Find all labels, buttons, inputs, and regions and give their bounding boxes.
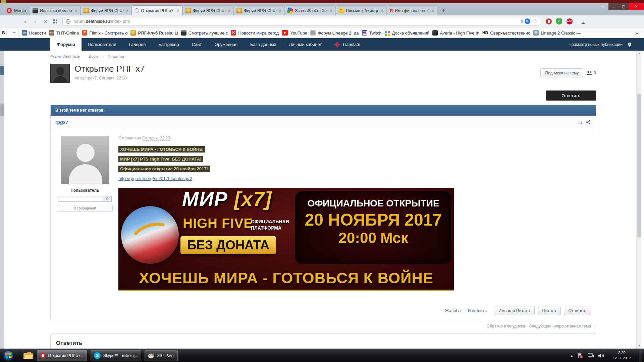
start-button[interactable] <box>3 350 14 361</box>
reply-button-top[interactable]: Ответить <box>546 90 596 101</box>
hamburger-icon[interactable]: ≡ <box>598 3 608 10</box>
bookmark-lineage-forum[interactable]: Форум Lineage 2: да <box>310 30 359 36</box>
quote-button[interactable]: Цитата <box>538 306 561 315</box>
close-icon[interactable]: ✕ <box>380 9 384 12</box>
nav-users[interactable]: Пользователи <box>82 38 123 51</box>
opera-menu-button[interactable]: Меню <box>5 5 30 15</box>
forward-icon[interactable]: › <box>30 17 40 26</box>
reply-heading: Ответить <box>56 340 590 347</box>
show-desktop-button[interactable] <box>639 349 642 362</box>
nav-site[interactable]: Сайт <box>185 38 208 51</box>
post-link[interactable]: http://rpg-club.org/ns2017hfcontestpr2 <box>118 176 192 181</box>
nav-gallery[interactable]: Галерея <box>122 38 152 51</box>
close-icon[interactable]: ✕ <box>74 9 78 12</box>
nav-forums[interactable]: Форумы <box>50 38 82 51</box>
nav-database[interactable]: База данных <box>244 38 282 51</box>
nav-bugtracker[interactable]: Багтрекер <box>152 38 185 51</box>
tab-active-topic[interactable]: Открытие РПГ х7 - Флуди ✕ <box>132 5 182 15</box>
tab-rpg-club-2[interactable]: Форум RPG-CLUB. Тема: ✕ <box>183 5 233 15</box>
taskbar-opera-window[interactable]: Открытие РПГ х7... <box>37 350 87 361</box>
banner-opening-panel: ОФИЦИАЛЬНОЕ ОТКРЫТИЕ 20 НОЯБРЯ 2017 20:0… <box>295 191 451 264</box>
bookmark-averia[interactable]: Averia - High Five In <box>432 30 479 36</box>
tab-illusion[interactable]: Иллюзия обмана 2 (2016 ✕ <box>30 5 80 15</box>
nav-armory[interactable]: Оружейная <box>208 38 244 51</box>
bookmark-hd[interactable]: HDСверхъестественно <box>482 30 530 36</box>
paint-icon <box>148 353 155 359</box>
scrollbar-thumb[interactable] <box>637 94 641 238</box>
tab-screenshot[interactable]: ScreenShot.ru Хостинг ка ✕ <box>285 5 335 15</box>
bookmark-news[interactable]: KНовости мира сегод <box>231 30 279 36</box>
subscribe-button[interactable]: Подписка на тему <box>540 68 583 77</box>
reply-button-post[interactable]: Ответить <box>564 306 591 315</box>
explorer-folder-icon[interactable] <box>23 351 34 360</box>
taskbar-clock[interactable]: 2:20 12.11.2017 <box>609 350 635 361</box>
action-center-flag-icon[interactable] <box>577 353 583 359</box>
share-icon[interactable] <box>585 119 591 125</box>
location-pin-icon[interactable] <box>627 42 632 47</box>
close-icon[interactable]: ✕ <box>227 9 231 12</box>
bookmark-l2classic[interactable]: Lineage 2 Classic — <box>533 30 581 36</box>
rpg-crest-icon <box>130 30 136 36</box>
close-icon[interactable]: ✕ <box>125 9 129 12</box>
breadcrumb-current[interactable]: Флудилка <box>108 54 124 58</box>
close-icon[interactable]: ✕ <box>176 9 180 12</box>
taskbar-paint-window[interactable]: 39 - Paint <box>145 350 178 361</box>
breadcrumb-root[interactable]: Форум DeathSide <box>50 54 80 58</box>
heart-icon[interactable]: ♡ <box>533 18 537 24</box>
address-bar[interactable]: forum.deathside.ru/index.php 0 ✕ ♡ <box>62 17 540 26</box>
stop-icon[interactable]: ✕ <box>40 17 50 26</box>
minimize-button[interactable]: – <box>608 3 619 10</box>
close-icon[interactable]: ✕ <box>329 9 333 12</box>
edit-link[interactable]: Изменить <box>468 308 487 313</box>
maximize-button[interactable]: ▢ <box>619 3 629 10</box>
bookmark-rpg-club[interactable]: РПГ-Клуб Russia: Li <box>130 30 178 36</box>
thread-container: В этой теме нет ответов rpgx7 #1 Поль <box>50 105 596 320</box>
view-new-posts-link[interactable]: Просмотр новых публикаций <box>569 42 623 47</box>
bookmark-board[interactable]: Доска объявлений <box>384 31 429 36</box>
close-window-button[interactable]: ✕ <box>629 3 644 10</box>
hd-icon: HD <box>482 30 488 36</box>
nav-account[interactable]: Личный кабинет <box>282 38 328 51</box>
speed-dial-icon[interactable] <box>50 17 60 26</box>
back-icon[interactable]: ‹ <box>20 17 30 26</box>
page-scrollbar[interactable]: ▲ ▼ <box>636 51 642 349</box>
close-icon[interactable]: ✕ <box>431 9 435 12</box>
bookmark-filmix[interactable]: FFilmix - Смотреть о <box>82 30 127 36</box>
scroll-down-arrow[interactable]: ▼ <box>637 343 642 349</box>
tab-rpg-club-3[interactable]: Форум RPG-CLUB. Тема: Р ✕ <box>234 5 284 15</box>
stop-hand-extension-icon[interactable] <box>546 18 552 24</box>
taskbar-skype-window[interactable]: S Skype™ - mikeloj... <box>91 350 141 361</box>
scroll-up-arrow[interactable]: ▲ <box>637 51 642 56</box>
network-icon[interactable] <box>587 353 594 358</box>
thread-footer-nav[interactable]: Обратно в Флудилка · Следующая непрочита… <box>50 324 596 328</box>
post-number[interactable]: #1 <box>578 120 583 125</box>
tab-mail[interactable]: Письмо «Регистрация на ✕ <box>336 5 386 15</box>
post-author-link[interactable]: rpgx7 <box>55 120 68 125</box>
download-icon[interactable]: ↓ <box>582 19 585 24</box>
menu-label: Меню <box>14 8 26 13</box>
volume-icon[interactable] <box>598 353 605 358</box>
new-tab-button[interactable]: + <box>439 6 448 15</box>
report-link[interactable]: Жалоба <box>445 308 461 313</box>
url-text[interactable]: forum.deathside.ru/index.php <box>73 19 521 24</box>
bookmark-twitch[interactable]: Twitch <box>362 30 382 36</box>
close-icon[interactable]: ✕ <box>278 9 282 12</box>
shield-blocker-icon[interactable]: ✕ <box>525 18 530 24</box>
bookmark-tnt[interactable]: ТНТТНТ-Online <box>49 30 79 36</box>
adblock-plus-icon[interactable]: ABP <box>567 18 573 24</box>
add-bookmark-button[interactable]: + <box>10 29 19 36</box>
film-icon <box>33 8 38 13</box>
bookmark-vk[interactable]: VKНовости <box>22 30 46 36</box>
tab-rpg-club-1[interactable]: Форум RPG-CLUB. Тема: ✕ <box>81 5 131 15</box>
bookmarks-overflow-button[interactable]: » <box>635 30 641 36</box>
nav-translate[interactable]: Translate <box>328 38 367 51</box>
bookmark-youtube[interactable]: YouTube <box>282 30 307 36</box>
tray-expand-icon[interactable]: ▲ <box>570 354 573 357</box>
banner-mir: МИР <box>182 188 228 210</box>
green-shield-extension-icon[interactable]: ✓ <box>556 18 562 24</box>
name-quote-button[interactable]: Имя или Цитата <box>494 306 535 315</box>
address-toolbar: ‹ › ✕ forum.deathside.ru/index.php 0 ✕ ♡… <box>0 15 644 27</box>
breadcrumb-section[interactable]: Досуг <box>89 54 99 58</box>
bookmark-movies[interactable]: Смотреть лучшие с <box>181 30 228 36</box>
tab-yandex[interactable]: Я Имя финального босса Ч ✕ <box>387 5 437 15</box>
